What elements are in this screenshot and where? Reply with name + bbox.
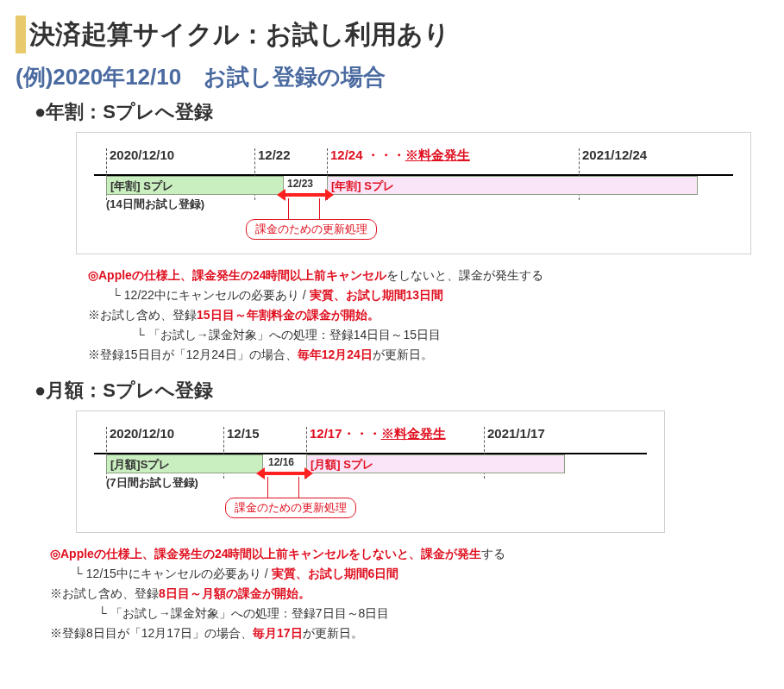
accent-bar (16, 16, 26, 53)
note-row: └ 12/22中にキャンセルの必要あり / 実質、お試し期間13日間 (88, 286, 751, 304)
period-trial-label: [月額]Sプレ (110, 457, 170, 473)
period-paid-label: [月額] Sプレ (310, 457, 373, 473)
period-paid-label: [年割] Sプレ (331, 179, 394, 194)
tick-charge-date: 12/17・・・ (310, 426, 381, 441)
tick-end-label: 2021/12/24 (582, 147, 647, 162)
tick-cancel-label: 12/15 (227, 426, 260, 441)
t: 課金発生の24時間以上前キャンセルをしないと、課金が発生 (154, 547, 482, 561)
timeline-monthly: 2020/12/10 12/15 12/17・・・※料金発生 2021/1/17… (106, 425, 635, 506)
t: が更新日。 (303, 626, 363, 640)
title-row: 決済起算サイクル：お試し利用あり (16, 16, 768, 53)
tick-end-label: 2021/1/17 (487, 426, 545, 441)
timeline-annual: 2020/12/10 12/22 12/24 ・・・※料金発生 2021/12/… (106, 147, 721, 228)
note-row: └ 「お試し→課金対象」への処理：登録14日目～15日目 (88, 326, 751, 344)
trial-note: (7日間お試し登録) (106, 475, 198, 491)
callout-update: 課金のための更新処理 (225, 498, 356, 518)
note-row: └ 12/15中にキャンセルの必要あり / 実質、お試し期間6日間 (50, 565, 751, 583)
mid-day-label: 12/16 (268, 456, 294, 468)
t: ※登録15日目が「12月24日」の場合、 (88, 348, 298, 361)
tick-cancel-label: 12/22 (258, 147, 291, 162)
mid-day-label: 12/23 (287, 178, 313, 190)
t: 8日目～月額の課金が開始。 (159, 586, 310, 600)
tick-charge-label: 12/17・・・※料金発生 (310, 426, 446, 442)
trial-note: (14日間お試し登録) (106, 197, 204, 212)
note-row: ※お試し含め、登録15日目～年割料金の課金が開始。 (88, 306, 751, 324)
charge-notice: ※料金発生 (381, 426, 446, 441)
period-trial-label: [年割] Sプレ (110, 179, 173, 194)
note-row: ◎Appleの仕様上、課金発生の24時間以上前キャンセルをしないと、課金が発生す… (50, 545, 751, 563)
t: をしないと、課金が発生する (386, 268, 543, 282)
tick-start-label: 2020/12/10 (110, 426, 174, 441)
note-row: ※登録8日目が「12月17日」の場合、毎月17日が更新日。 (50, 624, 751, 642)
t: ◎Appleの仕様上、 (88, 268, 192, 282)
timeline-box-annual: 2020/12/10 12/22 12/24 ・・・※料金発生 2021/12/… (76, 132, 751, 254)
t: └ 12/15中にキャンセルの必要あり / (74, 567, 272, 580)
t: ※お試し含め、登録 (88, 308, 197, 322)
period-paid: [年割] Sプレ (327, 176, 698, 195)
section-1-header: ●年割：Sプレへ登録 (34, 99, 768, 125)
notes-annual: ◎Appleの仕様上、課金発生の24時間以上前キャンセルをしないと、課金が発生す… (88, 266, 751, 364)
note-row: ※お試し含め、登録8日目～月額の課金が開始。 (50, 585, 751, 603)
timeline-box-monthly: 2020/12/10 12/15 12/17・・・※料金発生 2021/1/17… (76, 410, 665, 533)
callout-update: 課金のための更新処理 (246, 219, 377, 240)
tick-start-label: 2020/12/10 (110, 147, 174, 162)
subtitle: (例)2020年12/10 お試し登録の場合 (16, 62, 768, 92)
t: 15日目～年割料金の課金が開始。 (197, 308, 379, 322)
t: する (481, 547, 505, 561)
period-trial: [年割] Sプレ (106, 176, 284, 195)
note-row: ◎Appleの仕様上、課金発生の24時間以上前キャンセルをしないと、課金が発生す… (88, 266, 751, 285)
period-paid: [月額] Sプレ (306, 454, 565, 473)
page-title: 決済起算サイクル：お試し利用あり (29, 17, 450, 53)
period-trial: [月額]Sプレ (106, 454, 263, 473)
section-2-header: ●月額：Sプレへ登録 (34, 378, 768, 404)
update-arrow-icon (284, 193, 327, 197)
note-row: ※登録15日目が「12月24日」の場合、毎年12月24日が更新日。 (88, 346, 751, 364)
update-arrow-icon (263, 472, 306, 475)
t: 毎月17日 (253, 626, 303, 640)
t: ※登録8日目が「12月17日」の場合、 (50, 626, 253, 640)
t: 毎年12月24日 (298, 348, 373, 361)
t: 実質、お試し期間13日間 (310, 288, 444, 302)
charge-notice: ※料金発生 (405, 147, 470, 162)
t: ※お試し含め、登録 (50, 586, 159, 600)
t: が更新日。 (373, 348, 433, 361)
t: └ 12/22中にキャンセルの必要あり / (112, 288, 310, 302)
note-row: └ 「お試し→課金対象」への処理：登録7日目～8日目 (50, 604, 751, 623)
notes-monthly: ◎Appleの仕様上、課金発生の24時間以上前キャンセルをしないと、課金が発生す… (50, 545, 751, 642)
tick-charge-label: 12/24 ・・・※料金発生 (330, 147, 470, 164)
t: 課金発生の24時間以上前キャンセル (192, 268, 387, 282)
tick-charge-date: 12/24 ・・・ (330, 147, 405, 162)
t: ◎Appleの仕様上、 (50, 547, 154, 561)
t: 実質、お試し期間6日間 (272, 567, 399, 580)
